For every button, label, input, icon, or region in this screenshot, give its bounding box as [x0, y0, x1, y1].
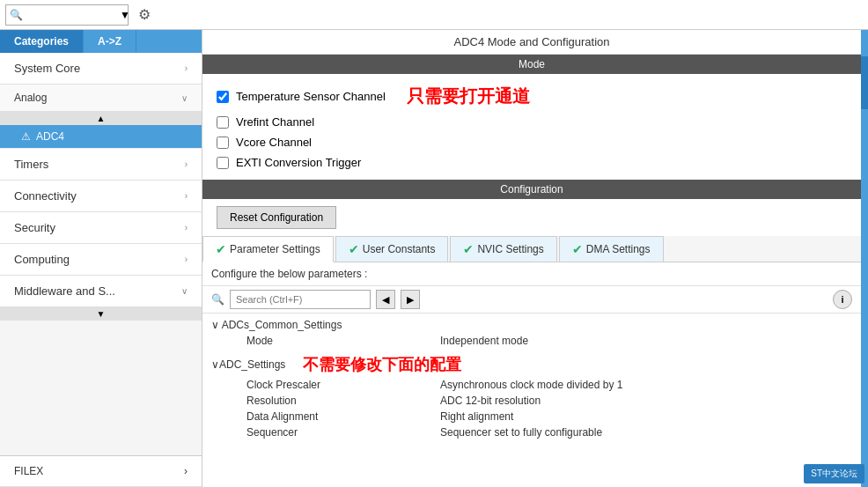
mode-option-vrefint: Vrefint Channel: [217, 112, 847, 132]
page-title: ADC4 Mode and Configuration: [202, 30, 861, 55]
chevron-down-icon: ∨: [181, 286, 188, 296]
search-icon: 🔍: [10, 9, 23, 21]
config-section: Configuration Reset Configuration ✔ Para…: [202, 180, 861, 487]
reset-btn-row: Reset Configuration: [202, 199, 861, 236]
param-value: Asynchronous clock mode divided by 1: [440, 379, 852, 391]
sidebar-item-security[interactable]: Security ›: [0, 212, 202, 244]
group-name: ADCs_Common_Settings: [222, 319, 342, 331]
gear-button[interactable]: ⚙: [134, 4, 155, 26]
temp-label: Temperature Sensor Channel: [236, 90, 386, 103]
scroll-down-arrow[interactable]: ▼: [0, 307, 202, 321]
vcore-checkbox[interactable]: [217, 137, 229, 149]
expand-icon: ∨: [211, 319, 222, 331]
filex-label: FILEX: [14, 465, 43, 477]
tab-categories[interactable]: Categories: [0, 30, 84, 53]
st-logo: ST中文论坛: [804, 464, 864, 483]
sidebar-item-label: Security: [14, 221, 55, 234]
tab-label: NVIC Settings: [477, 243, 543, 255]
sidebar-item-label: Middleware and S...: [14, 284, 115, 298]
sidebar-tabs: Categories A->Z: [0, 30, 202, 53]
chevron-down-icon: ∨: [181, 93, 188, 103]
param-row: Clock Prescaler Asynchronous clock mode …: [211, 377, 852, 393]
param-value: ADC 12-bit resolution: [440, 395, 852, 407]
mode-header: Mode: [202, 55, 861, 74]
expand-icon: ∨: [211, 358, 219, 371]
warning-icon: ⚠: [21, 130, 31, 143]
dropdown-arrow[interactable]: ▼: [120, 9, 130, 21]
sidebar-group-analog: Analog ∨ ▲ ⚠ ADC4: [0, 85, 202, 149]
mode-option-exti: EXTI Conversion Trigger: [217, 152, 847, 173]
annotation-chinese-2: 不需要修改下面的配置: [303, 354, 461, 375]
nav-prev-button[interactable]: ◀: [376, 290, 395, 309]
param-name: Resolution: [246, 395, 440, 407]
vrefint-label: Vrefint Channel: [236, 115, 314, 129]
sidebar-item-connectivity[interactable]: Connectivity ›: [0, 181, 202, 212]
group-name: ADC_Settings: [219, 358, 285, 371]
param-value: Independent mode: [440, 335, 852, 347]
configure-label: Configure the below parameters :: [202, 262, 861, 286]
sidebar-item-label: Timers: [14, 158, 48, 171]
config-tabs: ✔ Parameter Settings ✔ User Constants ✔ …: [202, 236, 861, 262]
sidebar-item-label: Connectivity: [14, 189, 77, 203]
param-search-input[interactable]: [230, 290, 371, 309]
tab-user-constants[interactable]: ✔ User Constants: [335, 236, 449, 262]
sidebar-item-adc4[interactable]: ⚠ ADC4: [0, 125, 202, 149]
sidebar-item-middleware[interactable]: Middleware and S... ∨: [0, 276, 202, 307]
chevron-icon: ›: [184, 465, 188, 477]
tab-nvic-settings[interactable]: ✔ NVIC Settings: [450, 236, 556, 262]
vcore-label: Vcore Channel: [236, 136, 312, 149]
tab-label: User Constants: [363, 243, 436, 255]
tab-check-icon: ✔: [349, 242, 359, 256]
tab-dma-settings[interactable]: ✔ DMA Settings: [559, 236, 664, 262]
params-table: ∨ ADCs_Common_Settings Mode Independent …: [202, 314, 861, 487]
tab-check-icon: ✔: [216, 242, 226, 256]
exti-checkbox[interactable]: [217, 157, 229, 169]
param-name: Sequencer: [246, 426, 440, 439]
search-input[interactable]: [23, 10, 120, 20]
param-group-adcs-common: ∨ ADCs_Common_Settings Mode Independent …: [211, 317, 852, 349]
mode-option-vcore: Vcore Channel: [217, 132, 847, 152]
param-row: Sequencer Sequencer set to fully configu…: [211, 424, 852, 440]
tab-label: DMA Settings: [586, 243, 651, 255]
sidebar-item-label: Analog: [14, 92, 47, 104]
sidebar-item-analog[interactable]: Analog ∨: [0, 85, 202, 112]
sidebar-item-timers[interactable]: Timers ›: [0, 149, 202, 181]
exti-label: EXTI Conversion Trigger: [236, 156, 361, 169]
scroll-up-arrow[interactable]: ▲: [0, 112, 202, 125]
top-bar: 🔍 ▼ ⚙: [0, 0, 868, 30]
vrefint-checkbox[interactable]: [217, 116, 229, 129]
param-group-label[interactable]: ∨ ADC_Settings 不需要修改下面的配置: [211, 352, 852, 377]
param-name: Clock Prescaler: [246, 379, 440, 391]
scrollbar[interactable]: [861, 30, 868, 487]
search-icon: 🔍: [211, 293, 224, 306]
search-box: 🔍 ▼: [5, 4, 129, 26]
param-group-label[interactable]: ∨ ADCs_Common_Settings: [211, 317, 852, 333]
mode-options: Temperature Sensor Channel 只需要打开通道 Vrefi…: [202, 74, 861, 180]
sidebar-items: System Core › Analog ∨ ▲ ⚠ ADC4: [0, 53, 202, 455]
mode-section: Mode Temperature Sensor Channel 只需要打开通道 …: [202, 55, 861, 180]
scrollbar-thumb[interactable]: [861, 56, 868, 109]
param-value: Right alignment: [440, 410, 852, 423]
tab-check-icon: ✔: [463, 242, 474, 256]
config-header: Configuration: [202, 180, 861, 199]
reset-config-button[interactable]: Reset Configuration: [217, 206, 336, 229]
sidebar-item-system-core[interactable]: System Core ›: [0, 53, 202, 85]
chevron-icon: ›: [185, 223, 188, 232]
nav-next-button[interactable]: ▶: [401, 290, 420, 309]
annotation-chinese-1: 只需要打开通道: [407, 85, 530, 108]
sidebar-item-label: Computing: [14, 253, 70, 266]
sidebar-bottom: FILEX ›: [0, 455, 202, 487]
info-button[interactable]: i: [833, 290, 852, 309]
chevron-icon: ›: [185, 159, 188, 169]
tab-az[interactable]: A->Z: [84, 30, 136, 53]
sidebar-item-label: System Core: [14, 62, 80, 75]
param-name: Mode: [246, 335, 440, 347]
tab-parameter-settings[interactable]: ✔ Parameter Settings: [202, 236, 334, 262]
chevron-icon: ›: [185, 63, 188, 73]
sidebar-item-filex[interactable]: FILEX ›: [0, 456, 202, 487]
mode-option-temp: Temperature Sensor Channel 只需要打开通道: [217, 81, 847, 112]
sidebar-item-computing[interactable]: Computing ›: [0, 244, 202, 276]
temp-checkbox[interactable]: [217, 91, 229, 103]
sidebar: Categories A->Z System Core › Analog ∨ ▲…: [0, 30, 202, 487]
main-layout: Categories A->Z System Core › Analog ∨ ▲…: [0, 30, 868, 487]
